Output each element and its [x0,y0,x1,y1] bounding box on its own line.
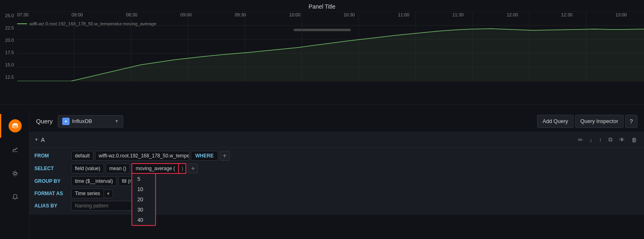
dropdown-item-10[interactable]: 10 [132,184,155,194]
select-label: SELECT [34,166,71,171]
dropdown-item-20[interactable]: 20 [132,194,155,205]
select-field[interactable]: field (value) [71,164,104,173]
from-label: FROM [34,153,71,159]
sidebar-item-alerts[interactable] [0,185,29,209]
main-content: ▼ A ✏ ↓ ↑ ⧉ 👁 🗑 FROM default wiffi-wz.0.… [29,111,644,239]
move-up-button[interactable]: ↑ [597,135,604,144]
y-axis: 25.0 22.5 20.0 17.5 15.0 12.5 [0,11,17,81]
chart-area: Panel Title 25.0 22.5 20.0 17.5 15.0 12.… [0,0,644,105]
chart-icon [9,143,22,156]
sidebar-item-settings[interactable] [0,162,29,185]
edit-query-button[interactable]: ✏ [576,135,585,144]
group-by-time[interactable]: time ($__interval) [71,176,117,186]
delete-query-button[interactable]: 🗑 [629,135,639,144]
format-value: Time series [71,189,104,198]
y-label-1: 25.0 [2,13,16,18]
chart-title: Panel Title [0,0,644,11]
bell-icon [9,191,22,204]
from-measurement[interactable]: wiffi-wz.0.root.192_168_178_50.w_tempera… [95,151,189,161]
sidebar [0,111,29,239]
move-down-button[interactable]: ↓ [588,135,594,144]
where-button[interactable]: WHERE [191,151,218,161]
query-builder: ▼ A ✏ ↓ ↑ ⧉ 👁 🗑 FROM default wiffi-wz.0.… [29,132,644,215]
copy-query-button[interactable]: ⧉ [606,135,615,144]
moving-average-button[interactable]: moving_average ( [131,163,179,174]
chart-svg [17,11,644,81]
collapse-icon[interactable]: ▼ [34,137,38,142]
query-section-label: ▼ A [34,137,45,143]
dropdown-item-5[interactable]: 5 [132,174,155,184]
format-select[interactable]: Time series ▼ [71,189,113,198]
query-row-actions: ✏ ↓ ↑ ⧉ 👁 🗑 [576,135,639,144]
group-by-label: GROUP BY [34,178,71,184]
from-row: FROM default wiffi-wz.0.root.192_168_178… [34,151,639,161]
svg-point-22 [14,172,16,175]
alias-by-row: ALIAS BY [34,201,639,211]
database-icon [9,119,22,132]
y-label-2: 22.5 [2,25,16,30]
add-function-button[interactable]: + [188,164,198,173]
chart-container: 25.0 22.5 20.0 17.5 15.0 12.5 [0,11,644,93]
y-label-3: 20.0 [2,38,16,43]
format-as-label: FORMAT AS [34,191,71,196]
y-label-6: 12.5 [2,75,16,80]
select-aggregation[interactable]: mean () [106,164,130,173]
query-rows: FROM default wiffi-wz.0.root.192_168_178… [29,148,644,215]
sidebar-item-database[interactable] [0,114,29,138]
function-close-paren: ) [179,163,186,174]
gear-icon [9,167,22,180]
dropdown-item-40[interactable]: 40 [132,215,155,225]
toggle-visibility-button[interactable]: 👁 [617,135,627,144]
group-by-row: GROUP BY time ($__interval) fill (null) … [34,176,639,186]
moving-average-dropdown[interactable]: 5 10 20 30 40 [131,173,156,226]
format-as-row: FORMAT AS Time series ▼ [34,189,639,198]
query-id: A [41,137,45,143]
select-row: SELECT field (value) mean () moving_aver… [34,163,639,174]
from-policy[interactable]: default [71,151,93,161]
dropdown-item-30[interactable]: 30 [132,205,155,215]
add-condition-button[interactable]: + [220,151,230,161]
alias-by-label: ALIAS BY [34,203,71,209]
y-label-4: 17.5 [2,50,16,55]
format-chevron-icon[interactable]: ▼ [104,189,113,198]
sidebar-item-chart[interactable] [0,138,29,162]
y-label-5: 15.0 [2,62,16,67]
query-builder-header: ▼ A ✏ ↓ ↑ ⧉ 👁 🗑 [29,132,644,148]
svg-marker-16 [17,29,644,81]
